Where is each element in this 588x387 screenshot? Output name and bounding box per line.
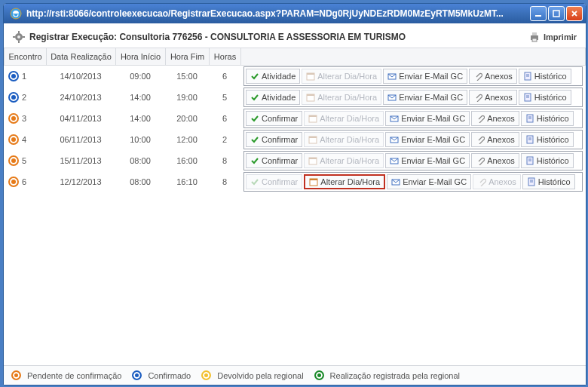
enviar-email-button[interactable]: Enviar E-Mail GC [385, 132, 470, 147]
print-label: Imprimir [544, 32, 577, 41]
anexos-button[interactable]: Anexos [471, 153, 519, 168]
historico-button[interactable]: Histórico [521, 153, 574, 168]
legend-confirmado: Confirmado [132, 370, 191, 380]
svg-rect-38 [309, 158, 317, 159]
gear-icon [13, 31, 25, 43]
cell-hora-inicio: 14:00 [115, 93, 165, 102]
historico-button[interactable]: Histórico [521, 132, 574, 147]
app-window: http://rsti:8066/controleexecucao/Regist… [3, 3, 586, 385]
col-encontro: Encontro [5, 48, 47, 65]
atividade-button[interactable]: Atividade [246, 69, 300, 84]
status-icon [8, 113, 19, 124]
status-dot-yellow [201, 370, 211, 380]
cell-encontro: 4 [4, 134, 46, 145]
historico-button[interactable]: Histórico [522, 174, 575, 189]
anexos-button: Anexos [473, 174, 521, 189]
enviar-email-button[interactable]: Enviar E-Mail GC [385, 111, 470, 126]
alterar-dia-hora-button[interactable]: Alterar Dia/Hora [304, 174, 385, 189]
cell-hora-inicio: 08:00 [115, 177, 165, 186]
status-icon [8, 71, 19, 81]
confirmar-button[interactable]: Confirmar [246, 111, 302, 126]
table-header: Encontro Data Realização Hora Início Hor… [4, 48, 586, 66]
alterar-dia-hora-button: Alterar Dia/Hora [304, 132, 384, 147]
legend-realizacao: Realização registrada pela regional [314, 370, 460, 380]
cell-horas: 6 [209, 114, 240, 123]
col-hora-fim: Hora Fim [166, 48, 210, 65]
historico-button[interactable]: Histórico [521, 111, 574, 126]
confirmar-button[interactable]: Confirmar [246, 153, 302, 168]
table-row: 515/11/201308:0016:008ConfirmarAlterar D… [4, 150, 586, 171]
svg-rect-7 [18, 41, 20, 43]
cell-hora-inicio: 10:00 [115, 135, 165, 144]
table-row: 304/11/201314:0020:006ConfirmarAlterar D… [4, 108, 586, 129]
svg-rect-2 [535, 15, 541, 17]
anexos-button[interactable]: Anexos [471, 132, 519, 147]
anexos-button[interactable]: Anexos [469, 90, 517, 105]
table-row: 114/10/201309:0015:006AtividadeAlterar D… [4, 66, 586, 87]
legend-devolvido: Devolvido pela regional [201, 370, 303, 380]
window-controls [530, 6, 583, 21]
close-button[interactable] [566, 6, 583, 21]
svg-rect-3 [553, 11, 559, 17]
action-strip: AtividadeAlterar Dia/HoraEnviar E-Mail G… [243, 66, 583, 86]
status-icon [8, 155, 19, 166]
printer-icon [528, 31, 541, 43]
svg-rect-11 [532, 32, 537, 35]
action-strip: ConfirmarAlterar Dia/HoraEnviar E-Mail G… [243, 172, 583, 192]
cell-hora-inicio: 08:00 [115, 156, 165, 165]
content-area: Registrar Execução: Consultoria 776256 -… [4, 23, 586, 385]
maximize-button[interactable] [548, 6, 565, 21]
cell-horas: 8 [209, 156, 240, 165]
cell-hora-fim: 16:00 [165, 156, 209, 165]
confirmar-button[interactable]: Confirmar [246, 132, 302, 147]
cell-horas: 6 [209, 72, 240, 81]
status-icon [8, 177, 19, 187]
alterar-dia-hora-button: Alterar Dia/Hora [304, 111, 384, 126]
table-row: 406/11/201310:0012:002ConfirmarAlterar D… [4, 129, 586, 150]
cell-encontro: 6 [4, 177, 46, 187]
anexos-button[interactable]: Anexos [471, 111, 519, 126]
cell-data: 14/10/2013 [46, 72, 115, 81]
svg-rect-8 [13, 36, 15, 38]
cell-data: 15/11/2013 [46, 156, 115, 165]
cell-horas: 5 [209, 93, 240, 102]
anexos-button[interactable]: Anexos [469, 69, 517, 84]
cell-hora-fim: 16:10 [165, 177, 209, 186]
page-title: Registrar Execução: Consultoria 776256 -… [29, 32, 406, 42]
historico-button[interactable]: Histórico [519, 90, 571, 105]
cell-encontro: 1 [4, 71, 46, 81]
enviar-email-button[interactable]: Enviar E-Mail GC [387, 174, 471, 189]
col-data: Data Realização [47, 48, 116, 65]
col-horas: Horas [210, 48, 241, 65]
alterar-dia-hora-button: Alterar Dia/Hora [304, 153, 384, 168]
legend: Pendente de confirmação Confirmado Devol… [4, 365, 586, 385]
svg-rect-26 [309, 115, 317, 117]
svg-rect-32 [309, 137, 317, 138]
historico-button[interactable]: Histórico [519, 69, 571, 84]
svg-rect-6 [18, 31, 20, 33]
svg-point-5 [17, 35, 20, 38]
print-button[interactable]: Imprimir [528, 31, 577, 43]
enviar-email-button[interactable]: Enviar E-Mail GC [383, 69, 467, 84]
status-icon [8, 134, 19, 145]
svg-rect-20 [307, 94, 314, 96]
confirmar-button: Confirmar [246, 174, 302, 189]
cell-hora-fim: 19:00 [165, 93, 209, 102]
svg-rect-12 [532, 38, 537, 41]
enviar-email-button[interactable]: Enviar E-Mail GC [383, 90, 467, 105]
svg-rect-9 [23, 36, 25, 38]
status-dot-orange [11, 370, 21, 380]
cell-hora-inicio: 14:00 [115, 114, 165, 123]
cell-hora-fim: 20:00 [165, 114, 209, 123]
page-header: Registrar Execução: Consultoria 776256 -… [4, 23, 586, 48]
cell-hora-fim: 12:00 [165, 135, 209, 144]
window-url: http://rsti:8066/controleexecucao/Regist… [26, 8, 525, 19]
status-dot-blue [132, 370, 142, 380]
action-strip: ConfirmarAlterar Dia/HoraEnviar E-Mail G… [243, 151, 583, 170]
minimize-button[interactable] [530, 6, 547, 21]
atividade-button[interactable]: Atividade [246, 90, 300, 105]
enviar-email-button[interactable]: Enviar E-Mail GC [385, 153, 470, 168]
action-strip: AtividadeAlterar Dia/HoraEnviar E-Mail G… [243, 88, 583, 107]
cell-data: 04/11/2013 [46, 114, 115, 123]
action-strip: ConfirmarAlterar Dia/HoraEnviar E-Mail G… [243, 130, 583, 149]
